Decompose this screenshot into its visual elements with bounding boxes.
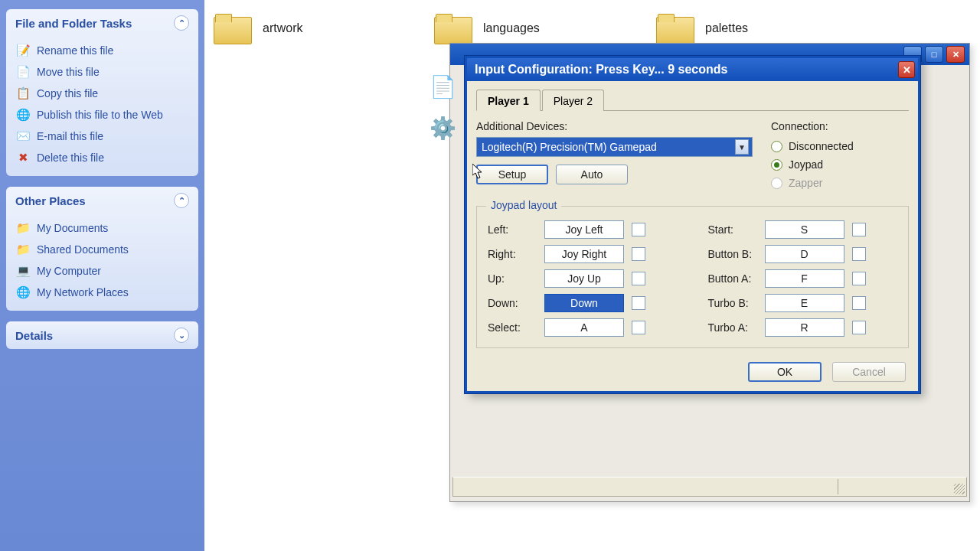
tab-player-1[interactable]: Player 1 (476, 90, 541, 111)
binding-checkbox[interactable] (852, 247, 866, 261)
binding-row: Select:A (488, 318, 678, 337)
sidebar-panel-header[interactable]: Details⌄ (6, 321, 198, 349)
folder-item[interactable]: palettes (656, 14, 748, 43)
binding-checkbox[interactable] (632, 272, 645, 285)
binding-row: Start:S (708, 220, 898, 239)
parent-close-button[interactable]: ✕ (946, 46, 965, 63)
close-icon: ✕ (903, 64, 911, 76)
binding-row: Button B:D (708, 245, 898, 263)
task-delete-file[interactable]: ✖Delete this file (15, 147, 189, 168)
binding-field-select[interactable]: A (544, 318, 624, 337)
binding-label: Turbo A: (708, 321, 757, 334)
place-my-computer-icon: 💻 (15, 263, 31, 279)
binding-row: Turbo B:E (708, 294, 898, 312)
devices-label: Additional Devices: (476, 120, 753, 132)
place-my-network[interactable]: 🌐My Network Places (15, 282, 189, 303)
task-rename-file[interactable]: 📝Rename this file (15, 40, 189, 61)
resize-grip-icon[interactable] (954, 484, 965, 494)
binding-label: Start: (708, 223, 757, 236)
connection-option-zapper: Zapper (771, 174, 909, 192)
task-item-label: My Network Places (37, 286, 129, 298)
connection-option-joypad[interactable]: Joypad (771, 155, 909, 174)
task-item-label: Move this file (37, 66, 100, 78)
parent-maximize-button[interactable]: □ (925, 46, 943, 63)
dialog-titlebar: Input Configuration: Press Key... 9 seco… (467, 58, 918, 81)
radio-icon (771, 141, 782, 152)
binding-checkbox[interactable] (632, 247, 645, 261)
player-tabstrip: Player 1 Player 2 (476, 89, 909, 111)
binding-field-buttonb[interactable]: D (765, 245, 844, 263)
place-my-computer[interactable]: 💻My Computer (15, 260, 189, 282)
explorer-task-sidebar: File and Folder Tasks⌃📝Rename this file📄… (0, 0, 204, 551)
task-publish-web[interactable]: 🌐Publish this file to the Web (15, 104, 189, 126)
chevron-down-icon: ⌄ (174, 328, 189, 343)
tab-player-2[interactable]: Player 2 (542, 90, 604, 111)
binding-checkbox[interactable] (632, 223, 645, 236)
binding-checkbox[interactable] (852, 296, 866, 310)
task-move-file[interactable]: 📄Move this file (15, 61, 189, 83)
binding-field-buttona[interactable]: F (765, 269, 844, 288)
task-move-file-icon: 📄 (15, 64, 31, 80)
auto-button[interactable]: Auto (556, 165, 628, 184)
input-configuration-dialog: Input Configuration: Press Key... 9 seco… (465, 56, 920, 393)
binding-label: Turbo B: (708, 297, 757, 309)
folder-item[interactable]: artwork (214, 14, 302, 43)
binding-field-right[interactable]: Joy Right (544, 245, 624, 263)
binding-checkbox[interactable] (632, 321, 645, 334)
cancel-button[interactable]: Cancel (832, 362, 906, 382)
binding-checkbox[interactable] (852, 272, 866, 285)
binding-row: Left:Joy Left (488, 220, 678, 239)
sidebar-panel: File and Folder Tasks⌃📝Rename this file📄… (6, 9, 198, 176)
binding-checkbox[interactable] (852, 321, 866, 334)
binding-row: Up:Joy Up (488, 269, 678, 288)
binding-row: Turbo A:R (708, 318, 898, 337)
dialog-title: Input Configuration: Press Key... 9 seco… (475, 63, 727, 77)
folder-icon (434, 14, 471, 43)
radio-icon (771, 178, 782, 189)
task-copy-file-icon: 📋 (15, 86, 31, 101)
task-item-label: Copy this file (37, 87, 98, 99)
task-email-file[interactable]: ✉️E-mail this file (15, 126, 189, 147)
radio-label: Zapper (789, 177, 822, 189)
binding-field-turboa[interactable]: R (765, 318, 844, 337)
binding-label: Up: (488, 272, 537, 285)
folder-icon (656, 14, 693, 43)
task-item-label: Shared Documents (37, 243, 129, 256)
binding-field-turbob[interactable]: E (765, 294, 844, 312)
binding-checkbox[interactable] (852, 223, 866, 236)
sidebar-panel: Other Places⌃📁My Documents📁Shared Docume… (6, 187, 198, 311)
task-email-file-icon: ✉️ (15, 129, 31, 144)
dialog-close-button[interactable]: ✕ (898, 61, 915, 78)
chevron-up-icon: ⌃ (174, 15, 189, 31)
task-item-label: My Documents (37, 222, 108, 234)
task-copy-file[interactable]: 📋Copy this file (15, 83, 189, 104)
folder-label: languages (483, 21, 540, 35)
parent-status-bar (452, 477, 967, 497)
binding-field-start[interactable]: S (765, 220, 844, 239)
binding-label: Button A: (708, 272, 757, 285)
sidebar-panel-header[interactable]: Other Places⌃ (6, 187, 198, 214)
task-item-label: Publish this file to the Web (37, 109, 163, 121)
place-shared-documents[interactable]: 📁Shared Documents (15, 239, 189, 260)
folder-label: artwork (263, 21, 302, 35)
sidebar-panel-header[interactable]: File and Folder Tasks⌃ (6, 9, 198, 37)
task-publish-web-icon: 🌐 (15, 107, 31, 122)
folder-label: palettes (705, 21, 748, 35)
radio-label: Disconnected (789, 140, 854, 152)
binding-field-down[interactable]: Down (544, 294, 624, 312)
additional-devices-dropdown[interactable]: Logitech(R) Precision(TM) Gamepad ▼ (476, 137, 753, 157)
binding-field-up[interactable]: Joy Up (544, 269, 624, 288)
panel-title: Other Places (15, 194, 86, 207)
binding-checkbox[interactable] (632, 296, 645, 310)
joypad-layout-legend: Joypad layout (486, 199, 561, 211)
task-delete-file-icon: ✖ (15, 150, 31, 165)
connection-option-disconnected[interactable]: Disconnected (771, 137, 909, 155)
ok-button[interactable]: OK (748, 362, 822, 382)
binding-row: Right:Joy Right (488, 245, 678, 263)
sidebar-panel: Details⌄ (6, 321, 198, 349)
setup-button[interactable]: Setup (476, 165, 548, 184)
folder-item[interactable]: languages (434, 14, 540, 43)
binding-field-left[interactable]: Joy Left (544, 220, 624, 239)
place-my-documents[interactable]: 📁My Documents (15, 217, 189, 239)
folder-icon (214, 14, 250, 43)
